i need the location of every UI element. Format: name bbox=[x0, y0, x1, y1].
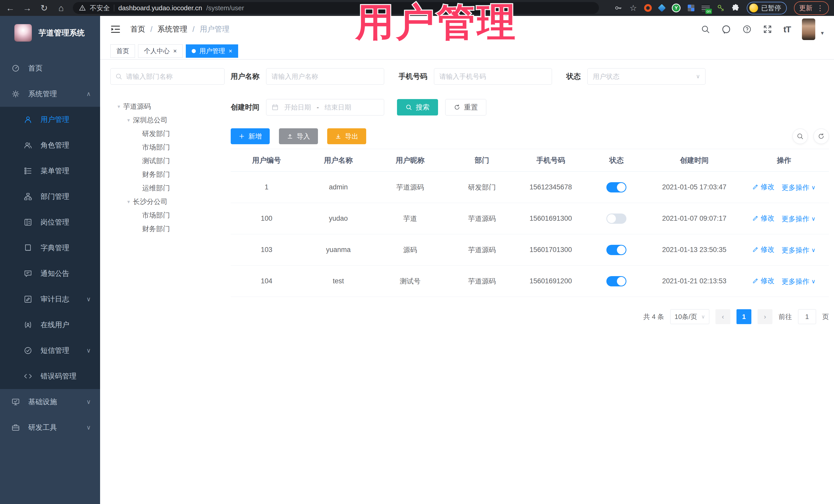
tab-profile[interactable]: 个人中心× bbox=[138, 44, 183, 58]
pagination: 共 4 条 10条/页∨ ‹ 1 › 前往 页 bbox=[231, 309, 829, 324]
help-icon[interactable] bbox=[742, 25, 752, 34]
search-icon[interactable] bbox=[701, 25, 710, 34]
extensions-puzzle-icon[interactable] bbox=[732, 4, 740, 12]
edit-link[interactable]: 修改 bbox=[752, 245, 774, 254]
page-size-select[interactable]: 10条/页∨ bbox=[670, 309, 709, 324]
extension-switch-icon[interactable]: on bbox=[702, 5, 710, 11]
extension-y-icon[interactable]: Y bbox=[672, 4, 681, 12]
close-icon[interactable]: × bbox=[229, 47, 232, 54]
table-header-row: 用户编号 用户名称 用户昵称 部门 手机号码 状态 创建时间 操作 bbox=[231, 149, 829, 172]
next-page-button[interactable]: › bbox=[758, 309, 772, 324]
font-size-icon[interactable]: tT bbox=[784, 24, 791, 35]
tree-node[interactable]: 测试部门 bbox=[110, 154, 224, 168]
tab-user-mgmt[interactable]: 用户管理× bbox=[186, 44, 238, 58]
bookmark-star-icon[interactable]: ☆ bbox=[630, 3, 637, 13]
goto-page-input[interactable] bbox=[798, 309, 816, 324]
profile-paused-badge[interactable]: 已暂停 bbox=[747, 2, 787, 14]
tree-node[interactable]: ▾深圳总公司 bbox=[110, 113, 224, 127]
extension-key-icon[interactable] bbox=[717, 4, 725, 12]
refresh-table-button[interactable] bbox=[813, 129, 829, 144]
sidebar-collapse-button[interactable] bbox=[110, 24, 120, 35]
date-range-picker[interactable]: 开始日期 - 结束日期 bbox=[266, 99, 384, 115]
sidebar-item-error-code[interactable]: 错误码管理 bbox=[0, 364, 100, 389]
back-icon[interactable]: ← bbox=[5, 3, 15, 13]
breadcrumb-home[interactable]: 首页 bbox=[130, 24, 145, 35]
extension-grid-icon[interactable] bbox=[688, 5, 695, 11]
tree-node[interactable]: ▾长沙分公司 bbox=[110, 195, 224, 209]
mobile-input[interactable] bbox=[439, 73, 547, 81]
close-icon[interactable]: × bbox=[173, 47, 177, 54]
import-button[interactable]: 导入 bbox=[279, 128, 318, 144]
security-label[interactable]: 不安全 bbox=[90, 4, 110, 13]
password-key-icon[interactable] bbox=[615, 4, 622, 12]
more-actions-link[interactable]: 更多操作∨ bbox=[782, 183, 815, 192]
avatar-caret-icon[interactable]: ▾ bbox=[821, 30, 824, 40]
breadcrumb-system[interactable]: 系统管理 bbox=[158, 24, 187, 35]
sidebar-item-home[interactable]: 首页 bbox=[0, 56, 100, 81]
extension-ubuntu-icon[interactable] bbox=[644, 4, 652, 12]
chevron-down-icon: ∨ bbox=[811, 184, 815, 191]
sidebar-item-post-mgmt[interactable]: 岗位管理 bbox=[0, 210, 100, 235]
sidebar-item-menu-mgmt[interactable]: 菜单管理 bbox=[0, 158, 100, 184]
sidebar-item-infra[interactable]: 基础设施 ∨ bbox=[0, 389, 100, 415]
sidebar-item-role-mgmt[interactable]: 角色管理 bbox=[0, 132, 100, 158]
sidebar-item-user-mgmt[interactable]: 用户管理 bbox=[0, 107, 100, 132]
menu-dots-icon[interactable]: ⋮ bbox=[816, 4, 824, 12]
more-actions-link[interactable]: 更多操作∨ bbox=[782, 246, 815, 255]
reset-button[interactable]: 重置 bbox=[445, 99, 486, 115]
sidebar-item-dept-mgmt[interactable]: 部门管理 bbox=[0, 184, 100, 210]
sidebar-item-dev-tools[interactable]: 研发工具 ∨ bbox=[0, 415, 100, 440]
tree-caret-icon[interactable]: ▾ bbox=[114, 104, 123, 110]
tree-node[interactable]: 市场部门 bbox=[110, 209, 224, 222]
tree-node[interactable]: 研发部门 bbox=[110, 127, 224, 140]
home-icon[interactable]: ⌂ bbox=[56, 3, 66, 13]
table-toolbar: 新增 导入 导出 bbox=[231, 128, 829, 144]
reload-icon[interactable]: ↻ bbox=[39, 3, 49, 13]
github-icon[interactable] bbox=[721, 24, 731, 34]
status-toggle[interactable] bbox=[607, 214, 627, 224]
table-row: 1 admin 芋道源码 研发部门 15612345678 2021-01-05… bbox=[231, 172, 829, 203]
prev-page-button[interactable]: ‹ bbox=[716, 309, 730, 324]
sidebar-item-online-users[interactable]: 在线用户 bbox=[0, 312, 100, 338]
edit-link[interactable]: 修改 bbox=[752, 276, 774, 285]
sidebar-item-notice[interactable]: 通知公告 bbox=[0, 261, 100, 286]
extension-gem-icon[interactable] bbox=[658, 4, 666, 12]
export-button[interactable]: 导出 bbox=[327, 128, 366, 144]
status-toggle[interactable] bbox=[607, 276, 627, 286]
paused-label: 已暂停 bbox=[761, 4, 781, 13]
tree-caret-icon[interactable]: ▾ bbox=[124, 117, 133, 123]
status-toggle[interactable] bbox=[607, 245, 627, 255]
edit-link[interactable]: 修改 bbox=[752, 182, 774, 192]
more-actions-link[interactable]: 更多操作∨ bbox=[782, 277, 815, 286]
tree-node[interactable]: 运维部门 bbox=[110, 181, 224, 195]
logo[interactable]: 芋道管理系统 bbox=[0, 16, 100, 50]
tree-caret-icon[interactable]: ▾ bbox=[124, 199, 133, 205]
forward-icon[interactable]: → bbox=[22, 3, 32, 13]
sidebar-item-dict-mgmt[interactable]: 字典管理 bbox=[0, 235, 100, 261]
tab-home[interactable]: 首页 bbox=[110, 44, 135, 58]
search-button[interactable]: 搜索 bbox=[397, 99, 438, 115]
fullscreen-icon[interactable] bbox=[763, 25, 772, 34]
status-toggle[interactable] bbox=[607, 182, 627, 193]
user-avatar[interactable] bbox=[802, 19, 815, 40]
upload-icon bbox=[287, 133, 293, 139]
show-search-button[interactable] bbox=[792, 129, 808, 144]
status-select[interactable]: 用户状态∨ bbox=[587, 68, 705, 85]
tree-node[interactable]: 市场部门 bbox=[110, 140, 224, 154]
page-number-1[interactable]: 1 bbox=[737, 309, 751, 324]
create-time-label: 创建时间 bbox=[231, 103, 259, 112]
tree-node[interactable]: ▾芋道源码 bbox=[110, 100, 224, 113]
add-button[interactable]: 新增 bbox=[231, 128, 270, 144]
address-bar[interactable]: 不安全 dashboard.yudao.iocoder.cn/system/us… bbox=[73, 2, 599, 14]
tree-node[interactable]: 财务部门 bbox=[110, 222, 224, 236]
sidebar-item-system[interactable]: 系统管理 ∧ bbox=[0, 81, 100, 107]
tree-node[interactable]: 财务部门 bbox=[110, 168, 224, 181]
more-actions-link[interactable]: 更多操作∨ bbox=[782, 214, 815, 223]
username-input[interactable] bbox=[271, 73, 379, 81]
update-button[interactable]: 更新 ⋮ bbox=[794, 1, 829, 15]
edit-link[interactable]: 修改 bbox=[752, 214, 774, 223]
sidebar-item-sms-mgmt[interactable]: 短信管理 ∨ bbox=[0, 338, 100, 364]
col-actions: 操作 bbox=[739, 149, 829, 172]
sidebar-item-audit-log[interactable]: 审计日志 ∨ bbox=[0, 286, 100, 312]
dept-search-input[interactable] bbox=[126, 73, 220, 81]
